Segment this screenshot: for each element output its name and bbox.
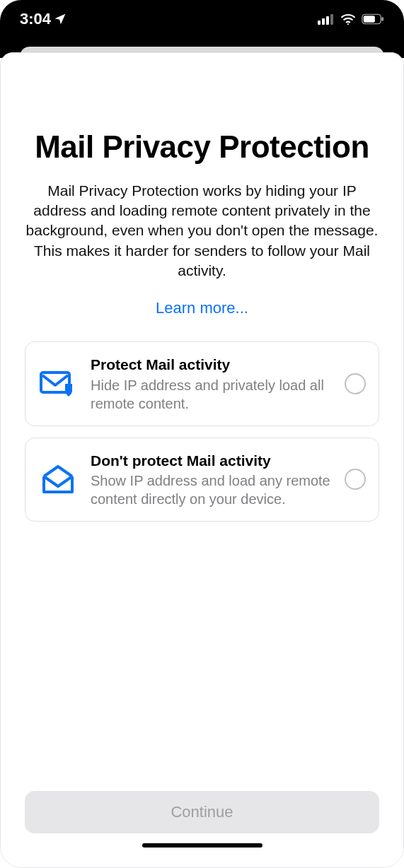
option-dont-protect-text: Don't protect Mail activity Show IP addr… bbox=[91, 451, 332, 508]
status-bar: 3:04 bbox=[0, 0, 404, 38]
svg-rect-7 bbox=[381, 17, 383, 21]
option-protect-subtitle: Hide IP address and privately load all r… bbox=[91, 376, 332, 413]
option-protect-text: Protect Mail activity Hide IP address an… bbox=[91, 355, 332, 412]
svg-rect-1 bbox=[322, 18, 325, 25]
page-description: Mail Privacy Protection works by hiding … bbox=[25, 181, 379, 281]
wifi-icon bbox=[340, 13, 356, 25]
cellular-icon bbox=[318, 13, 335, 25]
location-icon bbox=[54, 13, 67, 25]
svg-rect-3 bbox=[330, 14, 333, 25]
battery-icon bbox=[362, 13, 384, 25]
learn-more-link[interactable]: Learn more... bbox=[25, 299, 379, 317]
option-dont-protect[interactable]: Don't protect Mail activity Show IP addr… bbox=[25, 438, 379, 522]
status-left: 3:04 bbox=[20, 10, 67, 28]
page-title: Mail Privacy Protection bbox=[25, 129, 379, 165]
status-right bbox=[318, 13, 384, 25]
envelope-shield-icon bbox=[38, 370, 78, 398]
continue-button[interactable]: Continue bbox=[25, 791, 379, 833]
option-protect[interactable]: Protect Mail activity Hide IP address an… bbox=[25, 341, 379, 426]
option-dont-protect-title: Don't protect Mail activity bbox=[91, 451, 332, 470]
radio-protect[interactable] bbox=[345, 373, 366, 394]
sheet-footer: Continue bbox=[25, 791, 379, 867]
svg-rect-2 bbox=[326, 16, 329, 25]
svg-rect-6 bbox=[364, 16, 375, 22]
option-dont-protect-subtitle: Show IP address and load any remote cont… bbox=[91, 471, 332, 508]
envelope-open-icon bbox=[38, 464, 78, 495]
svg-point-4 bbox=[347, 23, 349, 25]
svg-rect-0 bbox=[318, 20, 321, 25]
home-indicator[interactable] bbox=[142, 843, 262, 848]
radio-dont-protect[interactable] bbox=[345, 469, 366, 490]
modal-sheet: Mail Privacy Protection Mail Privacy Pro… bbox=[0, 52, 404, 868]
options-list: Protect Mail activity Hide IP address an… bbox=[25, 341, 379, 522]
option-protect-title: Protect Mail activity bbox=[91, 355, 332, 374]
status-time: 3:04 bbox=[20, 10, 51, 28]
